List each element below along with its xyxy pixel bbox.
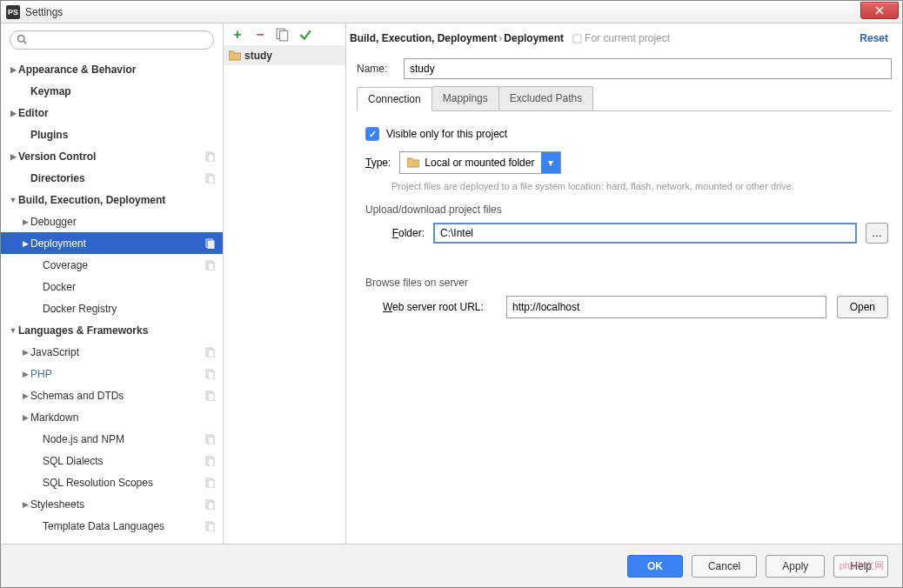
visible-only-row: ✓ Visible only for this project [365, 127, 888, 141]
tab-connection[interactable]: Connection [357, 87, 432, 111]
content-panel: Build, Execution, Deployment›Deployment … [346, 23, 902, 544]
tree-item-sql-resolution-scopes[interactable]: SQL Resolution Scopes [1, 471, 223, 493]
tree-item-languages-frameworks[interactable]: ▼Languages & Frameworks [1, 319, 223, 341]
url-label: Web server root URL: [383, 301, 496, 313]
url-row: Web server root URL: Open [383, 296, 888, 318]
titlebar: PS Settings [1, 1, 902, 23]
svg-rect-19 [208, 458, 214, 466]
reset-link[interactable]: Reset [860, 32, 888, 44]
tree-item-docker-registry[interactable]: Docker Registry [1, 297, 223, 319]
tree-item-directories[interactable]: Directories [1, 167, 223, 189]
svg-rect-27 [280, 30, 288, 40]
svg-rect-28 [573, 34, 581, 42]
search-wrap [1, 23, 223, 57]
tree-item-php[interactable]: ▶PHP [1, 363, 223, 384]
tree-item-template-data-languages[interactable]: Template Data Languages [1, 515, 223, 537]
open-button[interactable]: Open [837, 296, 888, 318]
tree-item-appearance-behavior[interactable]: ▶Appearance & Behavior [1, 58, 223, 80]
tree-item-node-js-and-npm[interactable]: Node.js and NPM [1, 428, 223, 450]
type-label: Type: [365, 157, 391, 169]
close-icon [875, 6, 884, 15]
deployment-list[interactable]: study [224, 46, 345, 544]
svg-rect-21 [208, 480, 214, 488]
tree-item-coverage[interactable]: Coverage [1, 254, 223, 276]
svg-point-0 [18, 36, 24, 42]
dialog-footer: OK Cancel Apply Help php中文网 [1, 544, 902, 587]
type-combo[interactable]: Local or mounted folder ▾ [399, 151, 561, 174]
tree-item-stylesheets[interactable]: ▶Stylesheets [1, 493, 223, 515]
sidebar: ▶Appearance & BehaviorKeymap▶EditorPlugi… [1, 23, 224, 544]
svg-line-1 [23, 41, 26, 43]
svg-rect-5 [208, 176, 214, 184]
name-row: Name: [357, 58, 892, 79]
tree-item-debugger[interactable]: ▶Debugger [1, 210, 223, 232]
svg-rect-9 [208, 263, 214, 271]
folder-row: Folder: … [383, 223, 888, 244]
upload-section-label: Upload/download project files [365, 204, 888, 216]
tree-item-docker[interactable]: Docker [1, 276, 223, 297]
svg-rect-7 [208, 241, 214, 249]
svg-rect-3 [208, 154, 214, 162]
ok-button[interactable]: OK [627, 555, 683, 578]
copy-icon [276, 28, 290, 42]
close-button[interactable] [860, 2, 899, 19]
svg-rect-15 [208, 393, 214, 401]
folder-label: Folder: [383, 227, 425, 239]
browse-folder-button[interactable]: … [866, 223, 888, 244]
visible-only-checkbox[interactable]: ✓ [365, 127, 379, 141]
remove-button[interactable]: − [253, 28, 267, 42]
tabs: ConnectionMappingsExcluded Paths [357, 86, 892, 111]
tree-item-plugins[interactable]: Plugins [1, 124, 223, 145]
help-button[interactable]: Help [833, 555, 888, 578]
search-icon [17, 34, 28, 45]
tree-item-build-execution-deployment[interactable]: ▼Build, Execution, Deployment [1, 189, 223, 210]
tab-mappings[interactable]: Mappings [431, 86, 499, 110]
tree-item-javascript[interactable]: ▶JavaScript [1, 341, 223, 363]
window-title: Settings [25, 6, 860, 18]
tab-excluded-paths[interactable]: Excluded Paths [498, 86, 593, 110]
svg-rect-17 [208, 437, 214, 444]
name-input[interactable] [404, 58, 892, 79]
app-icon: PS [6, 5, 20, 19]
folder-icon [407, 157, 419, 168]
main-area: ▶Appearance & BehaviorKeymap▶EditorPlugi… [1, 23, 902, 544]
breadcrumb: Build, Execution, Deployment›Deployment [350, 32, 564, 44]
tree-item-deployment[interactable]: ▶Deployment [1, 232, 223, 254]
form-area: Name: ConnectionMappingsExcluded Paths ✓… [346, 50, 902, 318]
for-project-badge: For current project [572, 32, 670, 44]
svg-rect-11 [208, 350, 214, 357]
project-icon [572, 34, 582, 43]
tree-item-schemas-and-dtds[interactable]: ▶Schemas and DTDs [1, 384, 223, 406]
tree-item-editor[interactable]: ▶Editor [1, 102, 223, 124]
add-button[interactable]: + [231, 28, 244, 42]
apply-button[interactable]: Apply [766, 555, 825, 578]
url-input[interactable] [506, 296, 826, 318]
tree-item-keymap[interactable]: Keymap [1, 80, 223, 102]
deployment-item[interactable]: study [224, 46, 345, 65]
tree-item-markdown[interactable]: ▶Markdown [1, 406, 223, 428]
visible-only-label: Visible only for this project [386, 128, 507, 140]
type-hint: Project files are deployed to a file sys… [391, 181, 888, 191]
type-row: Type: Local or mounted folder ▾ [365, 151, 888, 174]
browse-section-label: Browse files on server [365, 277, 888, 289]
svg-rect-23 [208, 502, 214, 510]
tree-item-version-control[interactable]: ▶Version Control [1, 145, 223, 167]
breadcrumb-header: Build, Execution, Deployment›Deployment … [346, 23, 902, 50]
deployment-toolbar: + − [224, 23, 345, 46]
search-input[interactable] [10, 30, 214, 50]
svg-rect-25 [208, 524, 214, 531]
cancel-button[interactable]: Cancel [692, 555, 757, 578]
copy-button[interactable] [276, 28, 290, 42]
connection-tab-body: ✓ Visible only for this project Type: Lo… [357, 111, 892, 318]
chevron-down-icon: ▾ [541, 152, 560, 173]
default-button[interactable] [298, 28, 312, 42]
settings-tree[interactable]: ▶Appearance & BehaviorKeymap▶EditorPlugi… [1, 57, 223, 544]
svg-rect-13 [208, 371, 214, 379]
deployment-list-panel: + − study [224, 23, 346, 544]
tree-item-sql-dialects[interactable]: SQL Dialects [1, 450, 223, 471]
folder-input[interactable] [433, 223, 857, 244]
check-icon [298, 28, 312, 42]
name-label: Name: [357, 63, 404, 75]
